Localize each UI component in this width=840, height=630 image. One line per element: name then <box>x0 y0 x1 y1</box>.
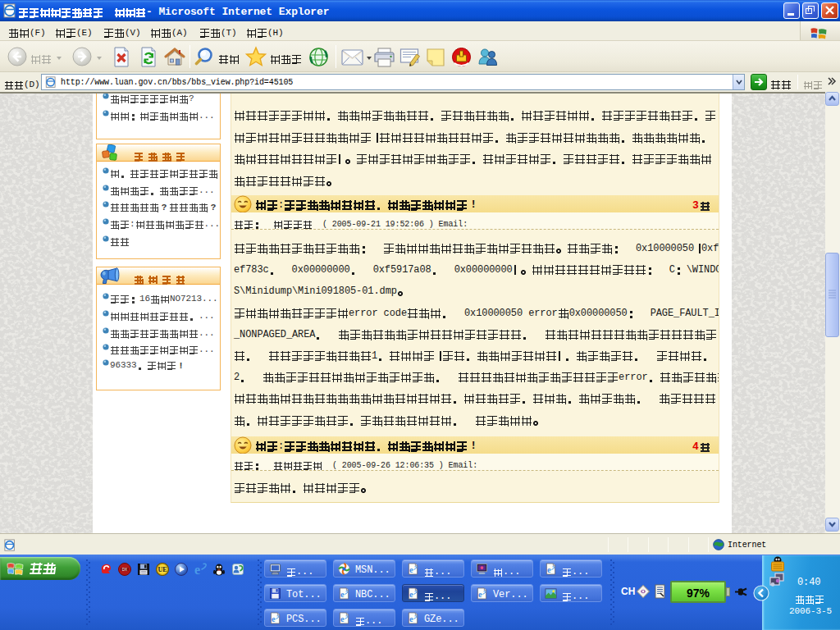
svg-text:e: e <box>478 590 482 599</box>
svg-text:e: e <box>340 590 345 599</box>
svg-text:e: e <box>272 614 276 623</box>
svg-text:UE: UE <box>158 566 167 573</box>
svg-text:e: e <box>547 565 551 574</box>
svg-text:e: e <box>194 563 200 576</box>
svg-text:e: e <box>340 614 345 623</box>
svg-text:e: e <box>409 614 413 623</box>
svg-text:e: e <box>409 565 413 574</box>
svg-text:DX: DX <box>122 568 127 572</box>
svg-text:e: e <box>409 590 413 599</box>
